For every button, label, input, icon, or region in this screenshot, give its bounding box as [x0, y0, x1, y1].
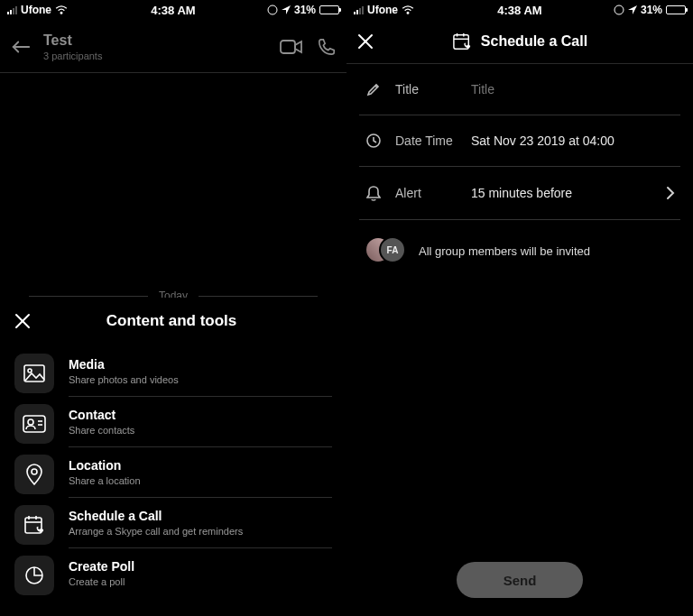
carrier-label: Ufone	[367, 4, 398, 16]
tool-desc: Create a poll	[69, 576, 332, 587]
tool-create-poll[interactable]: Create Poll Create a poll	[14, 552, 332, 602]
tool-schedule-call[interactable]: Schedule a Call Arrange a Skype call and…	[14, 501, 332, 552]
tool-title: Media	[69, 357, 332, 372]
tool-desc: Share photos and videos	[69, 374, 332, 385]
pie-chart-icon	[24, 565, 44, 585]
status-time: 4:38 AM	[151, 4, 195, 17]
schedule-header: Schedule a Call	[346, 20, 693, 64]
tool-location[interactable]: Location Share a location	[14, 451, 332, 501]
datetime-value: Sat Nov 23 2019 at 04:00	[471, 133, 675, 148]
svg-point-11	[614, 5, 624, 14]
calendar-call-icon	[23, 515, 45, 535]
compass-icon	[267, 5, 278, 15]
video-call-button[interactable]	[280, 39, 303, 55]
close-icon	[357, 33, 374, 50]
signal-icon	[7, 6, 17, 14]
arrow-left-icon	[11, 39, 31, 55]
tool-title: Schedule a Call	[69, 509, 332, 523]
datetime-row[interactable]: Date Time Sat Nov 23 2019 at 04:00	[359, 115, 680, 167]
svg-point-6	[28, 419, 33, 425]
tool-desc: Share contacts	[69, 425, 332, 436]
title-row[interactable]: Title Title	[359, 64, 680, 115]
members-row: FA All group members will be invited	[359, 220, 680, 281]
tool-desc: Arrange a Skype call and get reminders	[69, 526, 332, 537]
signal-icon	[354, 6, 364, 14]
members-note: All group members will be invited	[419, 244, 590, 258]
close-icon	[14, 313, 31, 329]
location-arrow-icon	[628, 5, 637, 14]
carrier-label: Ufone	[21, 4, 51, 16]
chat-title: Test	[43, 32, 280, 49]
battery-pct-label: 31%	[641, 4, 662, 16]
svg-point-4	[28, 369, 32, 372]
status-time: 4:38 AM	[497, 4, 541, 17]
avatar-stack: FA	[365, 236, 406, 265]
svg-point-0	[60, 13, 62, 14]
wifi-icon	[402, 5, 414, 14]
tool-title: Create Poll	[69, 559, 332, 574]
alert-label: Alert	[395, 186, 458, 200]
content-tools-sheet: Content and tools Media Share photos and…	[0, 298, 346, 616]
tool-title: Location	[69, 458, 332, 473]
bell-icon	[366, 185, 381, 201]
screen-right-schedule-call: Ufone 4:38 AM 31% Schedule a Call Title …	[346, 0, 693, 616]
svg-rect-5	[23, 416, 45, 432]
send-button[interactable]: Send	[457, 562, 583, 598]
title-label: Title	[395, 82, 458, 97]
video-icon	[280, 39, 303, 55]
calendar-call-icon	[452, 32, 472, 51]
chevron-right-icon	[666, 186, 675, 200]
svg-point-7	[32, 469, 37, 474]
title-input[interactable]: Title	[471, 82, 675, 97]
location-pin-icon	[26, 464, 42, 485]
back-button[interactable]	[11, 39, 31, 55]
svg-point-10	[407, 13, 409, 14]
phone-icon	[318, 38, 336, 56]
svg-rect-2	[281, 41, 295, 53]
pencil-icon	[366, 82, 381, 97]
compass-icon	[614, 5, 624, 15]
datetime-label: Date Time	[395, 133, 458, 148]
battery-icon	[319, 5, 339, 14]
image-icon	[23, 364, 45, 382]
participants-label: 3 participants	[43, 51, 280, 61]
clock-icon	[366, 133, 381, 148]
tool-contact[interactable]: Contact Share contacts	[14, 400, 332, 451]
close-button[interactable]	[357, 33, 374, 50]
screen-left-chat-tools: Ufone 4:38 AM 31% Test 3 participants	[0, 0, 346, 616]
status-bar: Ufone 4:38 AM 31%	[0, 0, 346, 20]
tool-desc: Share a location	[69, 475, 332, 486]
battery-icon	[666, 5, 686, 14]
wifi-icon	[55, 5, 68, 14]
page-title: Schedule a Call	[481, 33, 587, 50]
audio-call-button[interactable]	[318, 38, 336, 56]
location-arrow-icon	[282, 5, 291, 14]
tool-title: Contact	[69, 408, 332, 422]
svg-point-1	[268, 5, 277, 14]
close-sheet-button[interactable]	[14, 313, 31, 329]
status-bar: Ufone 4:38 AM 31%	[346, 0, 693, 20]
tool-media[interactable]: Media Share photos and videos	[14, 350, 332, 400]
sheet-title: Content and tools	[31, 312, 312, 330]
chat-header: Test 3 participants	[0, 20, 346, 73]
avatar-initials: FA	[379, 236, 406, 263]
battery-pct-label: 31%	[294, 4, 316, 16]
alert-value: 15 minutes before	[471, 186, 653, 200]
contact-card-icon	[23, 415, 46, 433]
alert-row[interactable]: Alert 15 minutes before	[359, 167, 680, 220]
